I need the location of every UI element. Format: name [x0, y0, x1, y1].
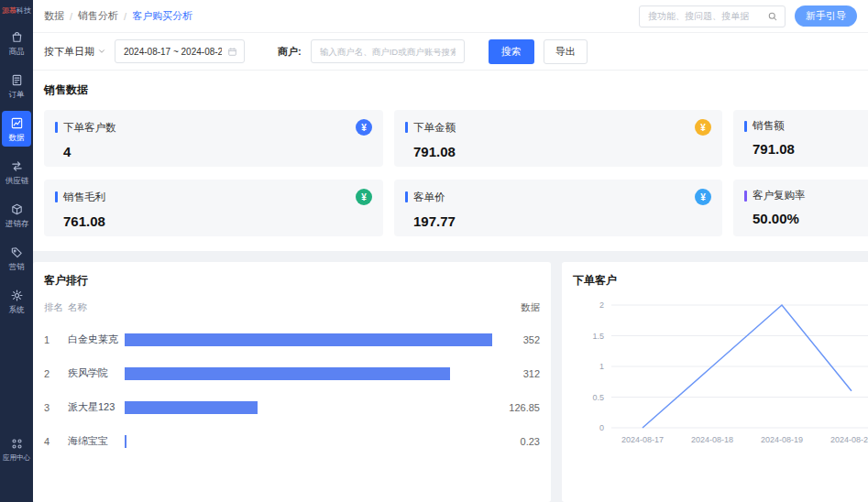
ranking-table: 排名 名称 数据 1白金史莱克3522疾风学院3123派大星123126.854… [44, 301, 540, 458]
merchant-search-input[interactable] [318, 46, 457, 58]
column-header-rank: 排名 [44, 301, 68, 314]
sidebar: 源慕科技 商品订单数据供应链进销存营销系统 应用中心 [0, 0, 33, 502]
chevron-down-icon [98, 48, 105, 55]
column-header-name: 名称 [68, 301, 125, 314]
beginner-guide-button[interactable]: 新手引导 [795, 5, 857, 27]
stat-tile: 销售额791.08 [733, 110, 868, 167]
sidebar-item-label: 商品 [8, 47, 24, 56]
bottom-row: 客户排行 排名 名称 数据 1白金史莱克3522疾风学院3123派大星12312… [33, 262, 868, 502]
rank-cell: 3 [44, 402, 68, 413]
sidebar-nav: 商品订单数据供应链进销存营销系统 [0, 17, 33, 431]
date-range-input[interactable] [122, 46, 224, 58]
stat-label: 客户复购率 [753, 189, 806, 202]
rank-cell: 4 [44, 436, 68, 447]
main-area: 数据/销售分析/客户购买分析 新手引导 按下单日期 [33, 0, 868, 502]
customer-ranking-card: 客户排行 排名 名称 数据 1白金史莱克3522疾风学院3123派大星12312… [33, 262, 551, 502]
ranking-bar [125, 333, 492, 346]
stat-accent-bar [405, 191, 408, 202]
grid-icon [10, 437, 24, 451]
breadcrumb-item-1[interactable]: 销售分析 [78, 9, 118, 23]
breadcrumb-item-0[interactable]: 数据 [44, 9, 64, 23]
global-search-input[interactable] [646, 10, 767, 22]
sidebar-item-label: 数据 [8, 133, 24, 142]
stat-value: 791.08 [413, 144, 711, 159]
tag-icon [10, 246, 24, 259]
column-header-value: 数据 [492, 301, 540, 314]
breadcrumb-separator: / [124, 11, 126, 22]
name-cell: 疾风学院 [68, 366, 125, 380]
svg-text:2024-08-20: 2024-08-20 [830, 435, 868, 444]
chart-card-title: 下单客户 [573, 273, 868, 289]
svg-text:0: 0 [599, 423, 604, 432]
ranking-bar [125, 367, 450, 380]
order-icon [10, 73, 24, 87]
stat-label: 销售毛利 [63, 191, 105, 204]
gear-icon [10, 289, 24, 302]
sidebar-item-inventory[interactable]: 进销存 [2, 197, 31, 233]
search-icon[interactable] [767, 11, 778, 22]
sidebar-item-marketing[interactable]: 营销 [2, 240, 31, 276]
stat-accent-bar [744, 191, 747, 202]
sidebar-item-label: 供应链 [5, 176, 28, 185]
sidebar-item-label: 应用中心 [3, 453, 30, 463]
sales-data-section: 销售数据 下单客户数¥4下单金额¥791.08销售额791.08销售毛利¥761… [33, 70, 868, 251]
svg-text:2024-08-19: 2024-08-19 [761, 435, 803, 444]
stat-accent-bar [744, 121, 747, 132]
date-type-label: 按下单日期 [44, 45, 94, 59]
name-cell: 白金史莱克 [68, 333, 125, 346]
svg-text:2: 2 [599, 300, 604, 310]
stat-tile: 下单金额¥791.08 [394, 110, 722, 167]
chart-icon [10, 116, 24, 130]
svg-text:1: 1 [599, 362, 604, 371]
ranking-row: 3派大星123126.85 [44, 390, 540, 424]
date-type-select[interactable]: 按下单日期 [44, 45, 105, 59]
svg-text:1.5: 1.5 [592, 332, 604, 341]
stats-grid: 下单客户数¥4下单金额¥791.08销售额791.08销售毛利¥761.08客单… [44, 110, 868, 236]
profit-icon: ¥ [356, 189, 372, 205]
stat-tile: 销售毛利¥761.08 [44, 180, 383, 236]
name-cell: 派大星123 [68, 400, 125, 414]
rank-cell: 1 [44, 334, 68, 345]
stat-value: 761.08 [63, 213, 372, 229]
supply-icon [10, 159, 24, 173]
sidebar-item-label: 订单 [8, 90, 24, 99]
brand-logo: 源慕科技 [1, 0, 32, 17]
name-cell: 海绵宝宝 [68, 434, 125, 448]
svg-text:0.5: 0.5 [592, 393, 604, 402]
export-button[interactable]: 导出 [544, 39, 588, 64]
breadcrumb-item-2[interactable]: 客户购买分析 [132, 9, 192, 23]
stat-label: 下单金额 [413, 121, 456, 135]
svg-text:2024-08-17: 2024-08-17 [621, 435, 664, 444]
value-cell: 126.85 [492, 402, 540, 413]
sales-section-title: 销售数据 [44, 82, 868, 98]
rank-cell: 2 [44, 368, 68, 379]
chart-wrap: 00.511.522024-08-172024-08-182024-08-192… [573, 294, 868, 455]
ranking-row: 4海绵宝宝0.23 [44, 424, 540, 458]
sidebar-item-system[interactable]: 系统 [2, 283, 31, 319]
stat-value: 197.77 [413, 213, 711, 229]
calendar-icon[interactable] [227, 47, 237, 57]
svg-text:2024-08-18: 2024-08-18 [691, 435, 733, 444]
sidebar-item-supply[interactable]: 供应链 [2, 154, 31, 190]
merchant-label: 商户: [278, 45, 302, 59]
ranking-card-title: 客户排行 [44, 273, 540, 289]
value-cell: 0.23 [492, 436, 540, 447]
order-customers-card: 下单客户 00.511.522024-08-172024-08-182024-0… [562, 262, 868, 502]
page: 源慕科技 商品订单数据供应链进销存营销系统 应用中心 数据/销售分析/客户购买分… [0, 0, 868, 502]
stat-tile: 客单价¥197.77 [394, 180, 722, 236]
brand-name-primary: 源慕 [2, 6, 16, 15]
sidebar-item-orders[interactable]: 订单 [2, 68, 31, 104]
filter-search-button[interactable]: 搜索 [489, 39, 534, 64]
stat-accent-bar [55, 122, 58, 133]
price-icon: ¥ [695, 189, 711, 205]
sidebar-item-goods[interactable]: 商品 [2, 25, 31, 60]
topbar-right: 新手引导 [639, 5, 857, 27]
sidebar-item-data[interactable]: 数据 [2, 111, 31, 147]
ranking-row: 2疾风学院312 [44, 356, 540, 390]
value-cell: 312 [492, 368, 540, 379]
sidebar-item-label: 营销 [8, 262, 24, 271]
sidebar-item-label: 进销存 [5, 219, 28, 228]
sidebar-item-app-center[interactable]: 应用中心 [2, 431, 31, 467]
sidebar-item-label: 系统 [8, 305, 24, 314]
filterbar: 按下单日期 商户: 搜索 导出 [33, 33, 868, 70]
